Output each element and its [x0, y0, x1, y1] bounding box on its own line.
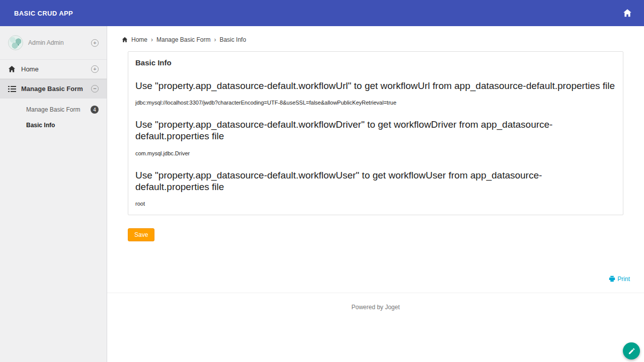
count-badge: 4 [91, 106, 99, 114]
panel-title: Basic Info [135, 58, 616, 67]
home-icon[interactable] [622, 8, 633, 19]
form-field-workflow-user: Use "property.app_datasource-default.wor… [135, 169, 616, 207]
app-header: BASIC CRUD APP [0, 0, 644, 26]
field-value: jdbc:mysql://localhost:3307/jwdb?charact… [135, 100, 616, 106]
user-expand-icon[interactable]: + [91, 39, 99, 47]
field-label: Use "property.app_datasource-default.wor… [135, 119, 616, 142]
home-icon [122, 37, 128, 43]
sidebar-subitem-label: Basic Info [26, 122, 55, 129]
printer-icon [609, 276, 615, 282]
sidebar: Admin Admin + Home + Manage Basic Form − [0, 26, 107, 362]
form-field-workflow-driver: Use "property.app_datasource-default.wor… [135, 119, 616, 156]
sidebar-submenu: Manage Basic Form 4 Basic Info [0, 99, 107, 137]
print-link[interactable]: Print [609, 276, 630, 283]
chevron-right-icon: › [214, 36, 216, 43]
field-label: Use "property.app_datasource-default.wor… [135, 169, 616, 193]
home-icon [8, 65, 16, 73]
sidebar-subitem-basic-info[interactable]: Basic Info [0, 118, 107, 133]
breadcrumb: Home › Manage Basic Form › Basic Info [107, 26, 644, 43]
sidebar-item-label: Manage Basic Form [21, 85, 83, 93]
expand-icon[interactable]: + [91, 65, 99, 73]
avatar [8, 35, 23, 50]
sidebar-subitem-manage-basic-form[interactable]: Manage Basic Form 4 [0, 102, 107, 118]
app-title: BASIC CRUD APP [14, 10, 73, 17]
field-value: root [135, 201, 616, 207]
chevron-right-icon: › [151, 36, 153, 43]
field-label: Use "property.app_datasource-default.wor… [135, 80, 616, 92]
breadcrumb-home[interactable]: Home [131, 36, 147, 43]
print-row: Print [107, 276, 630, 283]
print-label: Print [617, 276, 630, 283]
list-icon [8, 85, 16, 93]
pencil-icon [628, 347, 635, 355]
breadcrumb-manage-basic-form[interactable]: Manage Basic Form [156, 36, 210, 43]
form-field-workflow-url: Use "property.app_datasource-default.wor… [135, 80, 616, 106]
sidebar-subitem-label: Manage Basic Form [26, 106, 80, 113]
basic-info-panel: Basic Info Use "property.app_datasource-… [128, 51, 623, 215]
user-profile[interactable]: Admin Admin + [0, 26, 107, 60]
edit-fab-button[interactable] [623, 342, 640, 359]
collapse-icon[interactable]: − [91, 85, 99, 93]
page-footer: Powered by Joget [107, 293, 644, 311]
user-name: Admin Admin [28, 39, 64, 46]
powered-by-text: Powered by Joget [351, 304, 399, 311]
home-icon-glyph [623, 9, 632, 18]
sidebar-item-label: Home [21, 65, 39, 73]
save-button[interactable]: Save [128, 228, 154, 241]
main-content: Home › Manage Basic Form › Basic Info Ba… [107, 26, 644, 362]
sidebar-item-manage-basic-form[interactable]: Manage Basic Form − [0, 79, 107, 99]
breadcrumb-basic-info[interactable]: Basic Info [219, 36, 246, 43]
sidebar-item-home[interactable]: Home + [0, 60, 107, 79]
field-value: com.mysql.jdbc.Driver [135, 150, 616, 156]
